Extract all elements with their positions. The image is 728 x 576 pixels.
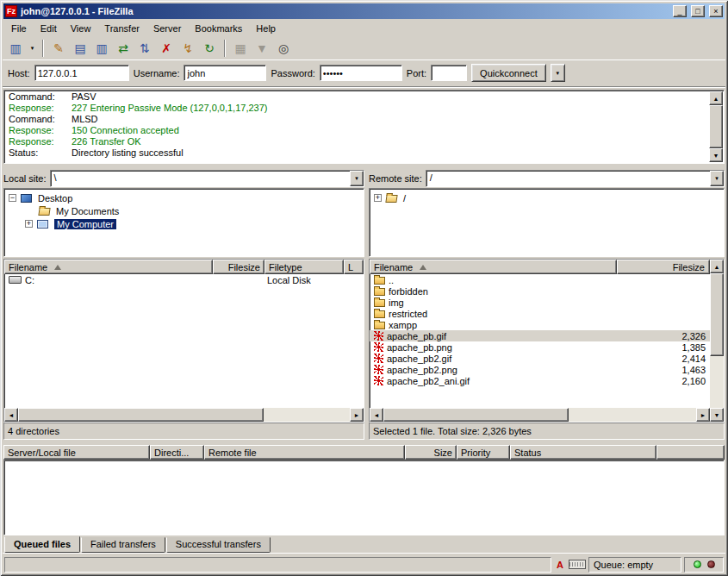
password-input[interactable] [320,65,402,81]
scrollbar-thumb[interactable] [383,408,569,422]
scroll-right-icon[interactable]: ► [696,408,710,422]
username-input[interactable] [184,65,266,81]
file-size: 2,414 [617,354,710,364]
scroll-down-icon[interactable]: ▼ [710,408,724,422]
remote-horizontal-scrollbar[interactable]: ◄ ► [370,408,710,422]
tree-item-root[interactable]: + / [371,191,722,204]
tab-successful-transfers[interactable]: Successful transfers [166,537,271,553]
quickconnect-button[interactable]: Quickconnect [471,64,546,82]
column-header-direction[interactable]: Directi... [150,445,204,460]
toggle-local-tree-icon[interactable]: ▤ [70,39,90,58]
menu-server[interactable]: Server [146,21,188,36]
column-header-remote-file[interactable]: Remote file [204,445,405,460]
chevron-down-icon[interactable]: ▾ [350,171,364,186]
scroll-left-icon[interactable]: ◄ [370,408,383,422]
menu-edit[interactable]: Edit [34,21,64,36]
remote-site-combo[interactable]: / ▾ [426,170,725,187]
search-icon[interactable]: ◎ [273,39,294,58]
tree-item-my-documents[interactable]: My Documents [6,204,362,217]
tab-queued-files[interactable]: Queued files [4,536,80,553]
filter-icon[interactable]: ▼ [252,39,272,58]
log-scrollbar[interactable]: ▲ ▼ [709,91,723,162]
reconnect-icon[interactable]: ↻ [199,39,220,58]
tree-item-label: / [403,193,406,203]
scroll-up-icon[interactable]: ▲ [710,260,724,273]
scroll-down-icon[interactable]: ▼ [709,148,723,162]
file-row[interactable]: apache_pb.png1,385 [370,341,710,353]
file-row[interactable]: img [370,297,710,308]
port-input[interactable] [431,65,467,81]
column-header-server-local-file[interactable]: Server/Local file [3,445,150,460]
column-header-filetype[interactable]: Filetype [264,260,344,274]
file-name: img [389,297,404,308]
host-input[interactable] [34,65,129,81]
column-header-filename[interactable]: Filename [370,260,617,274]
close-button[interactable]: × [709,5,723,17]
column-header-filesize[interactable]: Filesize [617,260,710,274]
toggle-remote-tree-icon[interactable]: ▥ [91,39,112,58]
column-header-filesize[interactable]: Filesize [213,260,264,274]
remote-file-list: Filename Filesize .. forbidden img restr… [369,259,725,423]
remote-vertical-scrollbar[interactable]: ▲ ▼ [710,260,724,422]
process-queue-icon[interactable]: ⇅ [134,39,155,58]
file-row-selected[interactable]: apache_pb.gif2,326 [370,330,710,341]
disconnect-icon[interactable]: ↯ [177,39,198,58]
site-manager-dropdown[interactable]: ▾ [27,39,38,58]
file-row[interactable]: apache_pb2.png1,463 [370,364,710,375]
tree-item-desktop[interactable]: − Desktop [6,191,362,204]
file-row[interactable]: C: Local Disk [4,274,364,285]
image-file-icon [374,376,383,385]
tab-failed-transfers[interactable]: Failed transfers [81,537,165,553]
connection-led-panel [684,557,724,573]
folder-icon [374,310,385,318]
connection-led-red-icon [707,560,715,568]
scroll-right-icon[interactable]: ► [350,408,364,422]
site-manager-icon[interactable]: ▥ [5,39,26,58]
quickconnect-bar: Host: Username: Password: Port: Quickcon… [3,60,725,85]
file-name: apache_pb.png [387,342,452,353]
directory-comparison-icon[interactable]: ▦ [230,39,251,58]
toggle-message-log-icon[interactable]: ✎ [48,39,69,58]
image-file-icon [374,331,383,341]
menu-help[interactable]: Help [249,21,283,36]
toolbar-separator [224,40,226,57]
filezilla-logo-icon: Fz [5,5,17,17]
file-row[interactable]: .. [370,274,710,285]
expand-icon[interactable]: + [374,194,382,202]
scroll-left-icon[interactable]: ◄ [4,408,18,422]
title-bar[interactable]: Fz john@127.0.0.1 - FileZilla _ □ × [3,3,725,19]
tree-item-my-computer[interactable]: + My Computer [6,217,362,230]
my-computer-icon [37,220,48,229]
browser-panes: Local site: \ ▾ − Desktop My Documents [3,169,725,440]
column-header-status[interactable]: Status [510,445,656,460]
quickconnect-dropdown[interactable]: ▾ [551,64,565,82]
expand-icon[interactable]: + [25,220,33,228]
menu-file[interactable]: File [4,21,34,36]
file-row[interactable]: xampp [370,319,710,330]
chevron-down-icon[interactable]: ▾ [710,171,724,186]
menu-transfer[interactable]: Transfer [97,21,146,36]
maximize-button[interactable]: □ [691,5,705,17]
scroll-up-icon[interactable]: ▲ [709,91,723,105]
column-header-filename[interactable]: Filename [4,260,213,274]
scrollbar-thumb[interactable] [18,408,264,422]
file-row[interactable]: apache_pb2.gif2,414 [370,353,710,364]
scrollbar-thumb[interactable] [709,105,723,148]
menu-bookmarks[interactable]: Bookmarks [188,21,249,36]
menu-view[interactable]: View [64,21,98,36]
file-row[interactable]: apache_pb2_ani.gif2,160 [370,375,710,386]
collapse-icon[interactable]: − [9,194,16,202]
column-header-size[interactable]: Size [405,445,457,460]
local-horizontal-scrollbar[interactable]: ◄ ► [4,408,364,422]
cancel-icon[interactable]: ✗ [156,39,177,58]
remote-site-label: Remote site: [369,173,422,184]
local-site-combo[interactable]: \ ▾ [50,170,364,187]
file-row[interactable]: forbidden [370,285,710,297]
refresh-icon[interactable]: ⇄ [113,39,134,58]
scrollbar-thumb[interactable] [710,273,724,356]
minimize-button[interactable]: _ [673,5,687,17]
port-label: Port: [407,68,426,78]
column-header-priority[interactable]: Priority [457,445,510,460]
file-row[interactable]: restricted [370,308,710,319]
column-header-lastmodified[interactable]: L [344,260,364,274]
